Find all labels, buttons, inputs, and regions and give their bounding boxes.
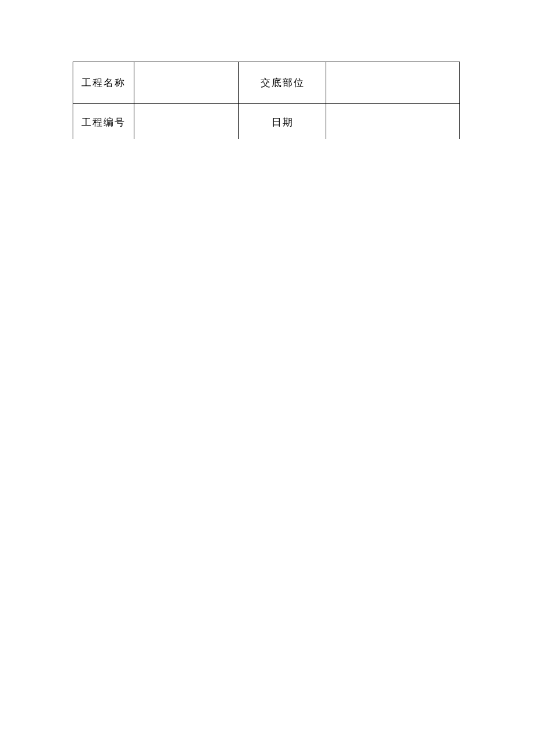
date-label: 日期 (239, 104, 326, 139)
project-number-label: 工程编号 (73, 104, 134, 139)
date-value (326, 104, 460, 139)
table-row: 工程名称 交底部位 (73, 62, 460, 104)
form-table: 工程名称 交底部位 工程编号 日期 (73, 62, 460, 139)
table-row: 工程编号 日期 (73, 104, 460, 139)
disclosure-unit-value (326, 62, 460, 104)
project-number-value (134, 104, 239, 139)
project-name-value (134, 62, 239, 104)
disclosure-unit-label: 交底部位 (239, 62, 326, 104)
project-name-label: 工程名称 (73, 62, 134, 104)
form-table-container: 工程名称 交底部位 工程编号 日期 (73, 62, 460, 139)
